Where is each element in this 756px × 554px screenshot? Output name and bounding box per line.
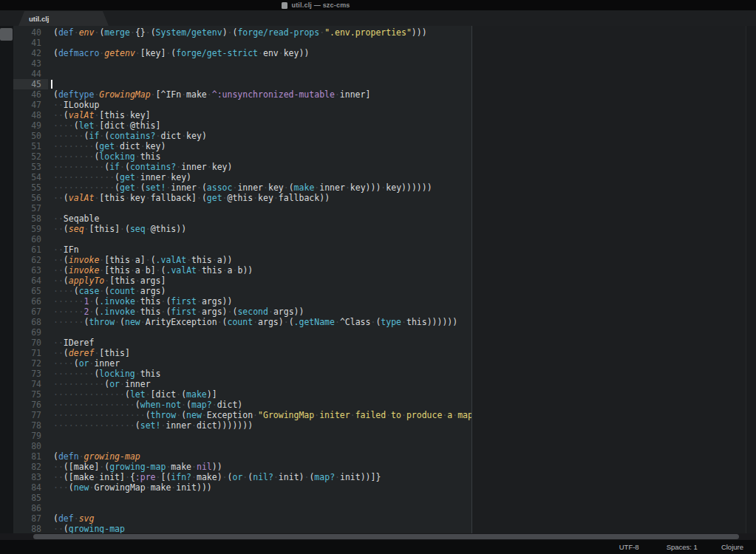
status-bar: UTF-8 Spaces: 1 Clojure (0, 540, 756, 554)
code-text: ··················(throw·(new·Exception·… (48, 410, 494, 420)
code-text (48, 441, 53, 451)
line-number[interactable]: 73 (13, 369, 48, 379)
code-text (48, 38, 53, 48)
line-number[interactable]: 74 (13, 379, 48, 389)
line-number[interactable]: 62 (13, 255, 48, 265)
code-text: ····(case·(count·args) (48, 286, 166, 296)
code-text (48, 69, 53, 79)
line-number[interactable]: 86 (13, 503, 48, 513)
line-number[interactable]: 45 (13, 79, 48, 89)
code-text: ············(get·(set!·inner·(assoc·inne… (48, 182, 432, 193)
line-number[interactable]: 59 (13, 224, 48, 234)
line-number[interactable]: 67 (13, 307, 48, 317)
code-text: ··([make·init]·{:pre·[(ifn?·make)·(or·(n… (48, 472, 381, 482)
code-text (48, 431, 53, 441)
line-number[interactable]: 70 (13, 338, 48, 348)
line-number[interactable]: 85 (13, 493, 48, 503)
status-indentation[interactable]: Spaces: 1 (667, 543, 698, 551)
code-text: ········(locking·this (48, 151, 160, 162)
tab-label: util.clj (29, 15, 49, 23)
line-number[interactable]: 56 (13, 193, 48, 203)
code-text: ················(when-not·(map?·dict) (48, 400, 242, 410)
editor[interactable]: 40(def·env·(merge·{}·(System/getenv)·(fo… (0, 26, 756, 533)
line-number[interactable]: 78 (13, 420, 48, 431)
line-number[interactable]: 40 (13, 27, 48, 38)
document-icon (282, 2, 287, 9)
code-text: ····(let·[dict·@this] (48, 120, 160, 131)
code-text: ··············(let·[dict·(make)] (48, 389, 217, 400)
line-number[interactable]: 65 (13, 286, 48, 296)
line-number[interactable]: 52 (13, 151, 48, 162)
line-number[interactable]: 64 (13, 276, 48, 286)
line-number[interactable]: 71 (13, 348, 48, 358)
code-text: ··(seq·[this]·(seq·@this)) (48, 224, 186, 234)
horizontal-scrollbar-track[interactable] (0, 533, 756, 540)
line-number[interactable]: 63 (13, 265, 48, 276)
line-number[interactable]: 81 (13, 451, 48, 462)
code-text: ··Seqable (48, 213, 99, 224)
status-encoding[interactable]: UTF-8 (619, 543, 639, 551)
code-text (48, 503, 53, 513)
line-number[interactable]: 61 (13, 244, 48, 255)
line-number[interactable]: 68 (13, 317, 48, 327)
line-number[interactable]: 82 (13, 462, 48, 472)
code-text: ········(locking·this (48, 369, 160, 379)
code-text: ··IFn (48, 244, 79, 255)
code-text: (def·svg (48, 513, 94, 524)
line-number[interactable]: 57 (13, 203, 48, 213)
vertical-scrollbar-track[interactable] (746, 26, 756, 533)
code-text: ··(growing-map (48, 524, 125, 533)
line-number[interactable]: 72 (13, 358, 48, 369)
line-number[interactable]: 55 (13, 182, 48, 193)
line-number[interactable]: 53 (13, 162, 48, 172)
code-text (48, 493, 53, 503)
code-text: (def·env·(merge·{}·(System/getenv)·(forg… (48, 27, 427, 38)
line-number[interactable]: 87 (13, 513, 48, 524)
line-number[interactable]: 84 (13, 482, 48, 493)
line-number[interactable]: 77 (13, 410, 48, 420)
code-text (48, 203, 53, 213)
line-number[interactable]: 42 (13, 48, 48, 58)
line-number[interactable]: 66 (13, 296, 48, 307)
line-number[interactable]: 46 (13, 89, 48, 100)
editor-overflow-area (472, 26, 746, 533)
code-text: ····(or·inner (48, 358, 120, 369)
line-number[interactable]: 60 (13, 234, 48, 244)
line-number[interactable]: 69 (13, 327, 48, 338)
line-number[interactable]: 43 (13, 58, 48, 69)
code-text: ······2·(.invoke·this·(first·args)·(seco… (48, 307, 304, 317)
status-syntax[interactable]: Clojure (721, 543, 743, 551)
line-number[interactable]: 50 (13, 131, 48, 141)
line-number[interactable]: 51 (13, 141, 48, 151)
line-number[interactable]: 54 (13, 172, 48, 182)
tab-util-clj[interactable]: util.clj (18, 11, 109, 26)
code-text: ··(valAt·[this·key] (48, 110, 151, 120)
line-number[interactable]: 83 (13, 472, 48, 482)
line-number[interactable]: 47 (13, 100, 48, 110)
line-number[interactable]: 75 (13, 389, 48, 400)
code-text: ··········(if·(contains?·inner·key) (48, 162, 232, 172)
code-text: ··(valAt·[this·key·fallback]·(get·@this·… (48, 193, 330, 203)
line-number[interactable]: 48 (13, 110, 48, 120)
left-scrollbar-track[interactable] (0, 26, 13, 533)
code-text: (defn·growing-map (48, 451, 140, 462)
code-text: (deftype·GrowingMap·[^IFn·make·^:unsynch… (48, 89, 370, 100)
line-number[interactable]: 44 (13, 69, 48, 79)
left-scrollbar-thumb[interactable] (0, 28, 13, 41)
line-number[interactable]: 80 (13, 441, 48, 451)
line-number[interactable]: 79 (13, 431, 48, 441)
line-number[interactable]: 58 (13, 213, 48, 224)
line-number[interactable]: 49 (13, 120, 48, 131)
code-text: ············(get·inner·key) (48, 172, 191, 182)
horizontal-scrollbar-thumb[interactable] (33, 534, 739, 539)
code-text: ······1·(.invoke·this·(first·args)) (48, 296, 232, 307)
line-number[interactable]: 41 (13, 38, 48, 48)
window-titlebar: util.clj — szc-cms (0, 0, 756, 10)
line-number[interactable]: 76 (13, 400, 48, 410)
code-text: ········(get·dict·key) (48, 141, 166, 151)
code-text: ···(new·GrowingMap·make·init))) (48, 482, 212, 493)
code-text: ··(deref·[this] (48, 348, 130, 358)
line-number[interactable]: 88 (13, 524, 48, 533)
code-text: ··(invoke·[this·a·b]·(.valAt·this·a·b)) (48, 265, 253, 276)
code-text: ··ILookup (48, 100, 99, 110)
